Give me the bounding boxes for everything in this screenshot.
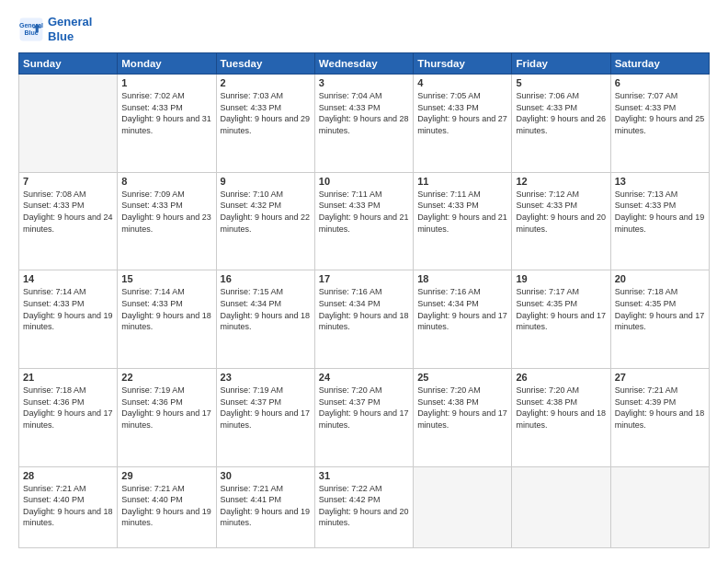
cell-day-number: 15 [121,273,211,284]
calendar-cell: 19 Sunrise: 7:17 AMSunset: 4:35 PMDaylig… [512,270,610,369]
weekday-header: Tuesday [216,53,314,75]
calendar-cell: 17 Sunrise: 7:16 AMSunset: 4:34 PMDaylig… [314,270,413,369]
cell-day-number: 3 [319,77,409,88]
calendar-cell [19,75,118,173]
cell-info: Sunrise: 7:18 AMSunset: 4:36 PMDaylight:… [23,385,113,431]
cell-info: Sunrise: 7:11 AMSunset: 4:33 PMDaylight:… [319,189,409,235]
cell-day-number: 24 [319,372,409,383]
calendar-cell: 11 Sunrise: 7:11 AMSunset: 4:33 PMDaylig… [414,172,512,270]
calendar-cell: 22 Sunrise: 7:19 AMSunset: 4:36 PMDaylig… [118,368,216,466]
calendar-cell: 4 Sunrise: 7:05 AMSunset: 4:33 PMDayligh… [414,75,512,173]
cell-info: Sunrise: 7:17 AMSunset: 4:35 PMDaylight:… [516,286,606,332]
calendar-cell: 8 Sunrise: 7:09 AMSunset: 4:33 PMDayligh… [118,172,216,270]
cell-day-number: 28 [23,470,113,481]
calendar-cell: 25 Sunrise: 7:20 AMSunset: 4:38 PMDaylig… [414,368,512,466]
calendar-cell: 13 Sunrise: 7:13 AMSunset: 4:33 PMDaylig… [610,172,709,270]
cell-day-number: 13 [615,176,705,187]
cell-info: Sunrise: 7:11 AMSunset: 4:33 PMDaylight:… [417,189,507,235]
calendar-cell: 6 Sunrise: 7:07 AMSunset: 4:33 PMDayligh… [610,75,709,173]
calendar-cell: 26 Sunrise: 7:20 AMSunset: 4:38 PMDaylig… [512,368,610,466]
calendar-cell: 10 Sunrise: 7:11 AMSunset: 4:33 PMDaylig… [314,172,413,270]
cell-day-number: 26 [516,372,606,383]
cell-info: Sunrise: 7:10 AMSunset: 4:32 PMDaylight:… [221,189,311,235]
cell-info: Sunrise: 7:14 AMSunset: 4:33 PMDaylight:… [121,286,211,332]
cell-day-number: 16 [221,273,311,284]
calendar-cell [610,466,709,548]
cell-day-number: 10 [319,176,409,187]
cell-day-number: 31 [319,470,409,481]
cell-day-number: 20 [615,273,705,284]
cell-info: Sunrise: 7:05 AMSunset: 4:33 PMDaylight:… [417,90,507,136]
header: General Blue General Blue [18,15,710,43]
cell-day-number: 23 [221,372,311,383]
cell-day-number: 27 [615,372,705,383]
cell-day-number: 8 [121,176,211,187]
page: General Blue General Blue SundayMondayTu… [0,0,728,563]
cell-info: Sunrise: 7:21 AMSunset: 4:40 PMDaylight:… [23,483,113,529]
calendar-cell: 12 Sunrise: 7:12 AMSunset: 4:33 PMDaylig… [512,172,610,270]
weekday-header: Thursday [414,53,512,75]
calendar-cell: 3 Sunrise: 7:04 AMSunset: 4:33 PMDayligh… [314,75,413,173]
cell-info: Sunrise: 7:19 AMSunset: 4:37 PMDaylight:… [221,385,311,431]
cell-info: Sunrise: 7:16 AMSunset: 4:34 PMDaylight:… [417,286,507,332]
calendar-cell: 1 Sunrise: 7:02 AMSunset: 4:33 PMDayligh… [118,75,216,173]
cell-info: Sunrise: 7:14 AMSunset: 4:33 PMDaylight:… [23,286,113,332]
calendar-cell: 28 Sunrise: 7:21 AMSunset: 4:40 PMDaylig… [19,466,118,548]
calendar-cell: 15 Sunrise: 7:14 AMSunset: 4:33 PMDaylig… [118,270,216,369]
cell-day-number: 22 [121,372,211,383]
cell-day-number: 7 [23,176,113,187]
cell-info: Sunrise: 7:07 AMSunset: 4:33 PMDaylight:… [615,90,705,136]
cell-day-number: 1 [121,77,211,88]
calendar-cell: 18 Sunrise: 7:16 AMSunset: 4:34 PMDaylig… [414,270,512,369]
cell-info: Sunrise: 7:16 AMSunset: 4:34 PMDaylight:… [319,286,409,332]
cell-info: Sunrise: 7:19 AMSunset: 4:36 PMDaylight:… [121,385,211,431]
cell-info: Sunrise: 7:18 AMSunset: 4:35 PMDaylight:… [615,286,705,332]
weekday-header: Wednesday [314,53,413,75]
calendar-cell: 21 Sunrise: 7:18 AMSunset: 4:36 PMDaylig… [19,368,118,466]
logo-text-line1: General [48,15,92,29]
cell-day-number: 4 [417,77,507,88]
cell-info: Sunrise: 7:21 AMSunset: 4:40 PMDaylight:… [121,483,211,529]
calendar-cell: 30 Sunrise: 7:21 AMSunset: 4:41 PMDaylig… [216,466,314,548]
calendar-cell [414,466,512,548]
cell-info: Sunrise: 7:21 AMSunset: 4:39 PMDaylight:… [615,385,705,431]
weekday-header: Monday [118,53,216,75]
cell-info: Sunrise: 7:04 AMSunset: 4:33 PMDaylight:… [319,90,409,136]
cell-info: Sunrise: 7:21 AMSunset: 4:41 PMDaylight:… [221,483,311,529]
cell-day-number: 2 [221,77,311,88]
cell-info: Sunrise: 7:15 AMSunset: 4:34 PMDaylight:… [221,286,311,332]
cell-day-number: 9 [221,176,311,187]
cell-info: Sunrise: 7:20 AMSunset: 4:38 PMDaylight:… [417,385,507,431]
calendar-cell: 9 Sunrise: 7:10 AMSunset: 4:32 PMDayligh… [216,172,314,270]
cell-info: Sunrise: 7:09 AMSunset: 4:33 PMDaylight:… [121,189,211,235]
cell-day-number: 29 [121,470,211,481]
cell-info: Sunrise: 7:12 AMSunset: 4:33 PMDaylight:… [516,189,606,235]
calendar-cell: 24 Sunrise: 7:20 AMSunset: 4:37 PMDaylig… [314,368,413,466]
calendar-cell: 23 Sunrise: 7:19 AMSunset: 4:37 PMDaylig… [216,368,314,466]
cell-info: Sunrise: 7:03 AMSunset: 4:33 PMDaylight:… [221,90,311,136]
cell-info: Sunrise: 7:22 AMSunset: 4:42 PMDaylight:… [319,483,409,529]
cell-info: Sunrise: 7:08 AMSunset: 4:33 PMDaylight:… [23,189,113,235]
cell-day-number: 17 [319,273,409,284]
calendar-cell: 31 Sunrise: 7:22 AMSunset: 4:42 PMDaylig… [314,466,413,548]
cell-day-number: 18 [417,273,507,284]
weekday-header: Sunday [19,53,118,75]
calendar-table: SundayMondayTuesdayWednesdayThursdayFrid… [18,52,710,548]
logo-icon: General Blue [18,17,44,42]
cell-day-number: 6 [615,77,705,88]
calendar-cell: 7 Sunrise: 7:08 AMSunset: 4:33 PMDayligh… [19,172,118,270]
calendar-cell [512,466,610,548]
calendar-cell: 14 Sunrise: 7:14 AMSunset: 4:33 PMDaylig… [19,270,118,369]
calendar-cell: 2 Sunrise: 7:03 AMSunset: 4:33 PMDayligh… [216,75,314,173]
cell-day-number: 25 [417,372,507,383]
calendar-cell: 16 Sunrise: 7:15 AMSunset: 4:34 PMDaylig… [216,270,314,369]
cell-info: Sunrise: 7:13 AMSunset: 4:33 PMDaylight:… [615,189,705,235]
calendar-cell: 5 Sunrise: 7:06 AMSunset: 4:33 PMDayligh… [512,75,610,173]
cell-info: Sunrise: 7:06 AMSunset: 4:33 PMDaylight:… [516,90,606,136]
cell-day-number: 19 [516,273,606,284]
cell-day-number: 5 [516,77,606,88]
cell-info: Sunrise: 7:02 AMSunset: 4:33 PMDaylight:… [121,90,211,136]
calendar-cell: 20 Sunrise: 7:18 AMSunset: 4:35 PMDaylig… [610,270,709,369]
logo-text-line2: Blue [48,29,92,44]
weekday-header: Saturday [610,53,709,75]
